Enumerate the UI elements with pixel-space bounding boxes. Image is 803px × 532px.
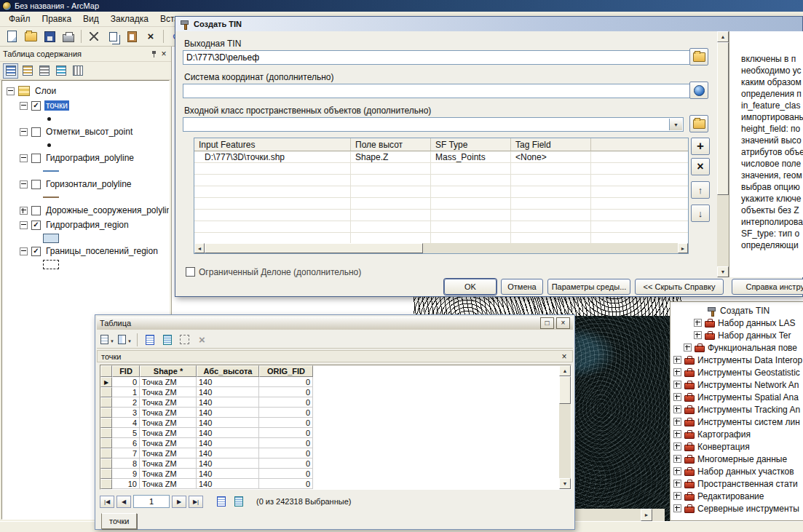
expander-icon[interactable] [673,504,681,512]
expander-icon[interactable] [20,207,28,215]
open-button[interactable] [22,28,39,45]
coordinate-system-input[interactable] [183,84,691,98]
column-header[interactable]: ORIG_FID [259,365,313,377]
toolbox-item[interactable]: Пространственная стати [671,477,803,490]
toolbox-item[interactable]: Многомерные данные [671,453,803,465]
toolbox-item-terrain-dataset[interactable]: Набор данных Ter [671,329,803,341]
maximize-button[interactable]: □ [540,317,554,329]
row-selector[interactable] [100,479,112,489]
line-symbol[interactable] [43,170,59,172]
scroll-track[interactable] [423,243,678,253]
expander-icon[interactable] [694,331,702,339]
expander-icon[interactable] [673,381,681,389]
row-selector[interactable] [100,397,112,408]
constrained-delaunay-checkbox[interactable] [186,267,195,277]
layer-label[interactable]: Границы_поселений_region [44,246,159,256]
current-record-input[interactable] [133,495,170,508]
column-header[interactable]: SF Type [431,138,511,151]
cell-sf-type[interactable]: Mass_Points [431,151,511,163]
column-header[interactable]: Поле высот [351,138,431,151]
close-icon[interactable] [159,49,168,58]
toolbox-item-functional-surface[interactable]: Функциональная пове [671,341,803,354]
grid-horizontal-scrollbar[interactable] [194,243,688,253]
layer-checkbox[interactable] [31,101,41,111]
table-row[interactable]: 3 Точка ZM 140 0 [100,408,571,418]
row-selector[interactable] [100,408,112,418]
expander-icon[interactable] [673,480,681,488]
line-symbol[interactable] [43,196,59,198]
show-selected-records-button[interactable] [231,494,246,509]
expander-icon[interactable] [673,405,681,413]
layer-checkbox[interactable] [31,154,41,163]
cell-input-features[interactable]: D:\777\3D\точки.shp [194,151,351,163]
scroll-right-icon[interactable] [641,509,652,521]
form-vertical-scrollbar[interactable] [717,31,729,277]
list-by-visibility-button[interactable] [36,63,52,79]
related-tables-button[interactable] [117,332,132,347]
toolbox-item[interactable]: Инструменты систем лин [671,416,803,428]
scroll-right-icon[interactable] [678,243,688,253]
layer-checkbox[interactable] [31,206,41,215]
expander-icon[interactable] [673,356,681,364]
pin-icon[interactable] [151,51,157,57]
clear-selection-button[interactable] [177,332,192,347]
toolbox-item[interactable]: Серверные инструменты [671,502,803,515]
row-selector[interactable] [100,377,112,387]
column-header[interactable]: Input Features [194,138,351,151]
column-header[interactable]: FID [112,365,140,377]
expander-icon[interactable] [20,247,28,255]
previous-record-button[interactable] [116,496,131,508]
next-record-button[interactable] [172,496,186,508]
app-titlebar[interactable]: Без названия - ArcMap [0,0,803,12]
expander-icon[interactable] [673,455,681,463]
output-tin-input[interactable] [183,50,691,65]
chevron-down-icon[interactable] [669,119,682,130]
expander-icon[interactable] [673,368,681,376]
scroll-down-icon[interactable] [717,266,729,277]
table-row[interactable]: 4 Точка ZM 140 0 [100,418,571,428]
coordinate-system-button[interactable] [689,82,708,99]
list-by-selection-button[interactable] [53,63,68,79]
table-row[interactable]: 1 Точка ZM 140 0 [100,387,571,397]
cut-button[interactable] [85,28,103,45]
expander-icon[interactable] [7,87,15,95]
layer-label[interactable]: Гидрография_region [44,220,130,230]
toolbox-item-create-tin[interactable]: Создать TIN [671,304,803,317]
copy-button[interactable] [104,28,122,45]
print-button[interactable] [60,28,77,45]
cancel-button[interactable]: Отмена [501,279,543,295]
expander-icon[interactable] [673,393,681,401]
table-row[interactable]: 9 Точка ZM 140 0 [100,469,571,479]
close-icon[interactable] [560,352,569,361]
toc-options-button[interactable] [70,63,85,79]
expander-icon[interactable] [673,430,681,438]
list-by-drawing-order-button[interactable] [3,63,18,79]
expander-icon[interactable] [673,442,681,450]
toc-header[interactable]: Таблица содержания [0,47,171,62]
table-row[interactable]: 2 Точка ZM 140 0 [100,397,571,408]
toolbox-item[interactable]: Набор данных участков [671,465,803,477]
scroll-up-icon[interactable] [559,365,571,376]
show-all-records-button[interactable] [213,494,229,509]
point-symbol[interactable] [47,117,51,121]
table-window-titlebar[interactable]: Таблица □ × [97,317,573,330]
toolbox-item[interactable]: Инструменты Network An [671,378,803,391]
table-row[interactable]: 0 Точка ZM 140 0 [100,377,571,387]
expander-icon[interactable] [20,128,28,136]
menu-view[interactable]: Вид [77,12,105,25]
point-symbol[interactable] [47,143,51,147]
expander-icon[interactable] [673,467,681,475]
new-document-button[interactable] [3,28,20,45]
menu-edit[interactable]: Правка [36,12,78,25]
move-up-button[interactable] [691,181,710,199]
close-button[interactable]: × [556,317,570,329]
layer-checkbox[interactable] [31,180,41,189]
scroll-left-icon[interactable] [194,243,205,253]
expander-icon[interactable] [673,418,681,426]
table-vertical-scrollbar[interactable] [559,365,571,489]
toc-root-label[interactable]: Слои [33,86,58,96]
row-selector[interactable] [100,458,112,469]
row-selector[interactable] [100,387,112,397]
toolbox-item[interactable]: Конвертация [671,440,803,453]
paste-button[interactable] [123,28,141,45]
